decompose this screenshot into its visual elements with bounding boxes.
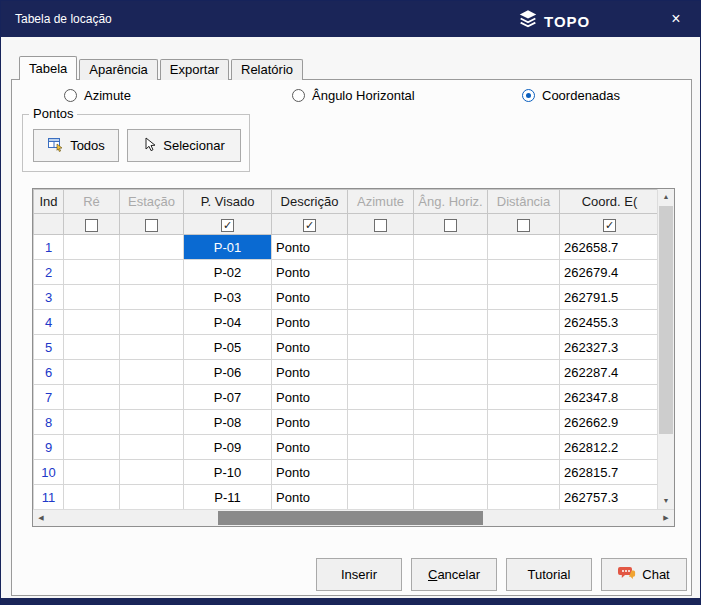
vertical-scrollbar[interactable]: ▲ ▼ [657,189,674,509]
cell-re[interactable] [64,310,120,335]
column-checkbox-descricao[interactable]: ✓ [303,219,316,232]
cell-estacao[interactable] [120,310,184,335]
cell-estacao[interactable] [120,285,184,310]
cell-distancia[interactable] [488,385,560,410]
inserir-button[interactable]: Inserir [316,558,402,591]
selecionar-button[interactable]: Selecionar [127,129,241,162]
cell-distancia[interactable] [488,235,560,260]
horizontal-scrollbar[interactable]: ◀ ▶ [33,509,674,526]
radio-coordenadas[interactable]: Coordenadas [522,88,620,103]
cell-p_visado[interactable]: P-03 [184,285,272,310]
cell-re[interactable] [64,285,120,310]
cell-re[interactable] [64,435,120,460]
cell-ang_horiz[interactable] [414,260,488,285]
col-check-cell-p_visado[interactable]: ✓ [184,214,272,235]
column-checkbox-azimute[interactable] [374,219,387,232]
cell-distancia[interactable] [488,260,560,285]
cell-distancia[interactable] [488,485,560,510]
col-header-ang_horiz[interactable]: Âng. Horiz. [414,190,488,214]
cell-estacao[interactable] [120,335,184,360]
cell-ind[interactable]: 3 [34,285,64,310]
cell-estacao[interactable] [120,260,184,285]
cell-descricao[interactable]: Ponto [272,360,348,385]
col-check-cell-distancia[interactable] [488,214,560,235]
cell-ang_horiz[interactable] [414,435,488,460]
cell-coord_e[interactable]: 262455.3 [560,310,658,335]
cell-estacao[interactable] [120,410,184,435]
col-header-descricao[interactable]: Descrição [272,190,348,214]
todos-button[interactable]: Todos [33,129,119,162]
cell-ang_horiz[interactable] [414,410,488,435]
cell-descricao[interactable]: Ponto [272,335,348,360]
cell-descricao[interactable]: Ponto [272,485,348,510]
cell-azimute[interactable] [348,360,414,385]
scroll-right-arrow-icon[interactable]: ▶ [658,510,674,526]
cell-ang_horiz[interactable] [414,485,488,510]
cell-p_visado[interactable]: P-08 [184,410,272,435]
scroll-left-arrow-icon[interactable]: ◀ [33,510,49,526]
col-header-distancia[interactable]: Distância [488,190,560,214]
cell-distancia[interactable] [488,335,560,360]
cell-descricao[interactable]: Ponto [272,285,348,310]
vertical-scroll-thumb[interactable] [659,206,673,434]
cell-ind[interactable]: 10 [34,460,64,485]
tab-aparencia[interactable]: Aparência [79,59,158,80]
col-check-cell-re[interactable] [64,214,120,235]
cell-coord_e[interactable]: 262812.2 [560,435,658,460]
chat-button[interactable]: Chat [601,558,687,591]
cell-coord_e[interactable]: 262327.3 [560,335,658,360]
cell-azimute[interactable] [348,435,414,460]
cell-coord_e[interactable]: 262815.7 [560,460,658,485]
cell-ang_horiz[interactable] [414,310,488,335]
cell-descricao[interactable]: Ponto [272,435,348,460]
cell-p_visado[interactable]: P-04 [184,310,272,335]
close-button[interactable]: × [666,9,686,29]
cell-distancia[interactable] [488,435,560,460]
cell-distancia[interactable] [488,360,560,385]
radio-angulo-horizontal[interactable]: Ângulo Horizontal [292,88,415,103]
column-checkbox-re[interactable] [85,219,98,232]
col-check-cell-estacao[interactable] [120,214,184,235]
cell-azimute[interactable] [348,485,414,510]
column-checkbox-coord_e[interactable]: ✓ [603,219,616,232]
cell-ind[interactable]: 6 [34,360,64,385]
cell-distancia[interactable] [488,410,560,435]
cell-distancia[interactable] [488,310,560,335]
tab-relatorio[interactable]: Relatório [231,59,303,80]
cell-p_visado[interactable]: P-06 [184,360,272,385]
cell-p_visado[interactable]: P-01 [184,235,272,260]
cell-distancia[interactable] [488,285,560,310]
col-check-cell-coord_e[interactable]: ✓ [560,214,658,235]
col-header-re[interactable]: Ré [64,190,120,214]
col-header-ind[interactable]: Ind [34,190,64,214]
cell-ang_horiz[interactable] [414,285,488,310]
cell-ang_horiz[interactable] [414,460,488,485]
radio-azimute[interactable]: Azimute [64,88,131,103]
cell-estacao[interactable] [120,385,184,410]
cell-azimute[interactable] [348,410,414,435]
cell-p_visado[interactable]: P-02 [184,260,272,285]
cell-coord_e[interactable]: 262347.8 [560,385,658,410]
cell-coord_e[interactable]: 262791.5 [560,285,658,310]
cell-descricao[interactable]: Ponto [272,385,348,410]
cell-azimute[interactable] [348,460,414,485]
tutorial-button[interactable]: Tutorial [506,558,592,591]
cell-re[interactable] [64,360,120,385]
cell-estacao[interactable] [120,235,184,260]
cell-ang_horiz[interactable] [414,235,488,260]
cell-re[interactable] [64,385,120,410]
cell-azimute[interactable] [348,385,414,410]
cell-p_visado[interactable]: P-11 [184,485,272,510]
cell-coord_e[interactable]: 262757.3 [560,485,658,510]
cell-coord_e[interactable]: 262658.7 [560,235,658,260]
cell-ind[interactable]: 8 [34,410,64,435]
horizontal-scroll-thumb[interactable] [218,511,483,525]
cell-ang_horiz[interactable] [414,360,488,385]
column-checkbox-distancia[interactable] [517,219,530,232]
column-checkbox-estacao[interactable] [145,219,158,232]
scroll-up-arrow-icon[interactable]: ▲ [658,189,674,205]
cell-coord_e[interactable]: 262662.9 [560,410,658,435]
cell-descricao[interactable]: Ponto [272,235,348,260]
cell-estacao[interactable] [120,435,184,460]
cell-ind[interactable]: 2 [34,260,64,285]
